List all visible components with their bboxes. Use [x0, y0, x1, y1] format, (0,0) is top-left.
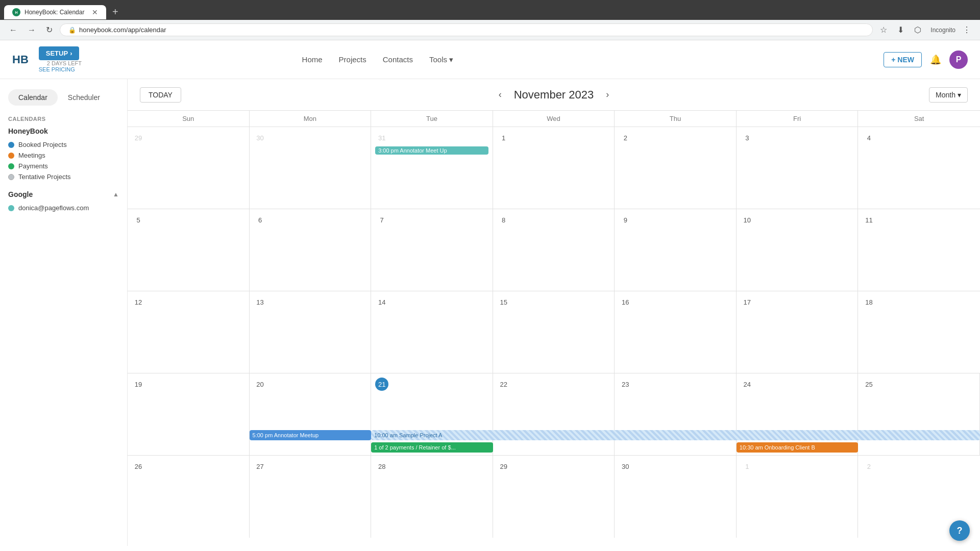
calendar-day[interactable]: 8 — [493, 209, 615, 291]
calendar-day[interactable]: 7 — [371, 209, 493, 291]
extension-icon[interactable]: ⬡ — [911, 23, 924, 37]
day-number: 30 — [254, 131, 267, 144]
day-number: 18 — [862, 295, 875, 309]
calendar-day[interactable]: 5 — [128, 209, 250, 291]
calendar-day[interactable]: 22 — [493, 373, 615, 455]
day-number: 9 — [619, 213, 632, 227]
calendar-day[interactable]: 30 — [250, 127, 372, 209]
tools-label: Tools — [429, 55, 447, 64]
day-header-mon: Mon — [250, 111, 372, 127]
day-number: 1 — [741, 460, 754, 473]
calendar-week-1: 29 30 31 3:00 pm Annotator Meet Up 1 2 — [128, 127, 980, 209]
nav-contacts[interactable]: Contacts — [383, 55, 413, 64]
calendar-day[interactable]: 27 — [250, 456, 372, 538]
calendar-day[interactable]: 19 — [128, 373, 250, 455]
day-number: 24 — [741, 378, 754, 391]
new-tab-button[interactable]: + — [108, 4, 122, 20]
nav-right: + NEW 🔔 P — [884, 51, 968, 69]
incognito-label: Incognito — [930, 27, 955, 34]
menu-icon[interactable]: ⋮ — [960, 23, 974, 37]
active-tab[interactable]: H HoneyBook: Calendar ✕ — [4, 5, 106, 19]
event[interactable]: 3:00 pm Annotator Meet Up — [375, 146, 488, 155]
tab-calendar[interactable]: Calendar — [8, 89, 58, 106]
collapse-icon[interactable]: ▲ — [113, 191, 119, 198]
prev-month-button[interactable]: ‹ — [495, 87, 506, 102]
annotator-meetup-event[interactable]: 5:00 pm Annotator Meetup — [250, 430, 372, 440]
day-number: 20 — [254, 378, 267, 391]
reload-button[interactable]: ↻ — [43, 23, 56, 37]
view-dropdown[interactable]: Month ▾ — [929, 87, 968, 103]
day-number: 27 — [254, 460, 267, 473]
calendar-day[interactable]: 6 — [250, 209, 372, 291]
today-button[interactable]: TODAY — [140, 87, 181, 103]
day-number: 19 — [132, 378, 145, 391]
calendar-day[interactable]: 23 — [615, 373, 737, 455]
calendar-week-5: 26 27 28 29 30 1 — [128, 456, 980, 538]
meetings-dot — [8, 153, 14, 159]
day-number: 10 — [741, 213, 754, 227]
help-button[interactable]: ? — [949, 520, 970, 541]
bookmark-icon[interactable]: ☆ — [877, 23, 890, 37]
day-number: 5 — [132, 213, 145, 227]
tab-favicon: H — [12, 8, 20, 16]
download-icon[interactable]: ⬇ — [894, 23, 907, 37]
calendar-day[interactable]: 17 — [737, 291, 859, 373]
list-item: Payments — [8, 161, 119, 171]
day-number: 31 — [375, 131, 388, 144]
day-number: 11 — [862, 213, 875, 227]
calendar-day[interactable]: 14 — [371, 291, 493, 373]
calendar-day[interactable]: 29 — [493, 456, 615, 538]
see-pricing-link[interactable]: SEE PRICING — [39, 66, 75, 72]
day-number: 26 — [132, 460, 145, 473]
honeybook-group: HoneyBook Booked Projects Meetings Payme… — [8, 127, 119, 182]
calendar-day[interactable]: 2 — [615, 127, 737, 209]
lock-icon: 🔒 — [68, 27, 76, 34]
day-header-wed: Wed — [493, 111, 615, 127]
tab-scheduler[interactable]: Scheduler — [58, 89, 110, 106]
calendar-header: TODAY ‹ November 2023 › Month ▾ — [128, 79, 980, 110]
hb-logo: HB — [12, 53, 29, 66]
setup-button[interactable]: SETUP › — [39, 46, 80, 60]
new-button[interactable]: + NEW — [884, 52, 922, 67]
calendar-day[interactable]: 30 — [615, 456, 737, 538]
nav-projects[interactable]: Projects — [339, 55, 366, 64]
calendar-day[interactable]: 11 — [858, 209, 980, 291]
nav-home[interactable]: Home — [302, 55, 323, 64]
calendar-day[interactable]: 31 3:00 pm Annotator Meet Up — [371, 127, 493, 209]
calendar-day[interactable]: 15 — [493, 291, 615, 373]
day-number: 12 — [132, 295, 145, 309]
day-number: 6 — [254, 213, 267, 227]
notifications-button[interactable]: 🔔 — [930, 54, 941, 65]
calendar-day[interactable]: 3 — [737, 127, 859, 209]
calendar-day[interactable]: 29 — [128, 127, 250, 209]
calendar-day[interactable]: 10 — [737, 209, 859, 291]
day-headers: Sun Mon Tue Wed Thu Fri Sat — [128, 110, 980, 127]
google-cal-dot — [8, 205, 14, 211]
calendar-day[interactable]: 28 — [371, 456, 493, 538]
calendar-day[interactable]: 13 — [250, 291, 372, 373]
calendar-day[interactable]: 20 — [250, 373, 372, 455]
tab-close-icon[interactable]: ✕ — [92, 8, 98, 16]
calendar-day[interactable]: 9 — [615, 209, 737, 291]
onboarding-event[interactable]: 10:30 am Onboarding Client B — [737, 442, 859, 453]
calendar-day[interactable]: 26 — [128, 456, 250, 538]
avatar[interactable]: P — [949, 51, 968, 69]
next-month-button[interactable]: › — [602, 87, 613, 102]
nav-tools[interactable]: Tools ▾ — [429, 55, 453, 64]
calendar-day[interactable]: 4 — [858, 127, 980, 209]
days-left-badge: 2 DAYS LEFT — [47, 60, 82, 66]
day-number: 2 — [862, 460, 875, 473]
honeybook-label: HoneyBook — [8, 127, 48, 135]
forward-button[interactable]: → — [24, 23, 39, 37]
calendar-day[interactable]: 25 — [858, 373, 980, 455]
address-bar[interactable]: 🔒 honeybook.com/app/calendar — [60, 23, 873, 36]
google-group-title: Google ▲ — [8, 190, 119, 198]
calendar-day[interactable]: 1 — [493, 127, 615, 209]
back-button[interactable]: ← — [6, 23, 20, 37]
sample-project-a-event[interactable]: 10:00 am Sample Project A — [371, 430, 980, 440]
payment-event[interactable]: 1 of 2 payments / Retainer of $... — [371, 442, 493, 453]
calendar-day[interactable]: 12 — [128, 291, 250, 373]
calendar-day[interactable]: 1 — [737, 456, 859, 538]
calendar-day[interactable]: 18 — [858, 291, 980, 373]
calendar-day[interactable]: 16 — [615, 291, 737, 373]
